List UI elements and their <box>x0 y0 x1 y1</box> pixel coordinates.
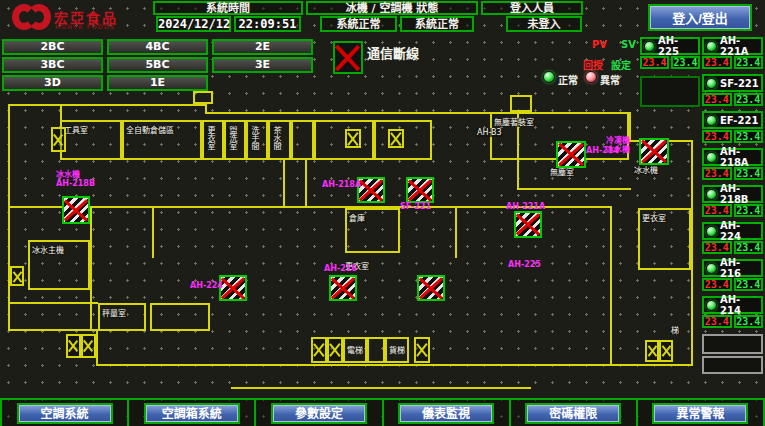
pv-value: 23.4 <box>702 56 732 69</box>
plan-alarm-unit[interactable] <box>62 196 90 224</box>
equipment-values-AH-218A: 23.423.4 <box>702 167 763 180</box>
plan-wall <box>691 140 693 366</box>
stair-shaft-icon <box>388 129 404 148</box>
status-led-icon <box>644 41 655 52</box>
plan-label: AH-B3 <box>476 128 503 137</box>
plan-wall <box>517 188 631 190</box>
equipment-AH-214[interactable]: AH-214 <box>702 296 763 314</box>
bottom-navigation: 空調系統空調箱系統參數設定儀表監視密碼權限異常警報 <box>0 398 765 426</box>
plan-room <box>510 95 532 112</box>
plan-unit-label: 冰水機 AH-218B <box>56 170 95 188</box>
equipment-AH-224[interactable]: AH-224 <box>702 222 763 240</box>
status-led-icon <box>706 115 717 126</box>
nav-button-參數設定[interactable]: 參數設定 <box>271 403 367 424</box>
stair-shaft-icon <box>66 334 81 358</box>
sv-value: 23.4 <box>734 93 764 106</box>
status-led-icon <box>706 189 717 200</box>
plan-alarm-unit[interactable] <box>514 211 542 238</box>
sv-value: 23.4 <box>671 56 700 69</box>
plan-alarm-unit[interactable] <box>639 138 669 165</box>
abnormal-led-icon <box>585 71 597 83</box>
pv-value: 23.4 <box>640 56 669 69</box>
equipment-name: AH-216 <box>720 257 761 279</box>
nav-button-空調系統[interactable]: 空調系統 <box>17 403 113 424</box>
nav-button-儀表監視[interactable]: 儀表監視 <box>398 403 494 424</box>
system-time-header: 系統時間 <box>153 1 303 15</box>
elevator-box: 貨梯 <box>385 337 409 363</box>
plan-unit-label: AH-221A <box>506 202 545 211</box>
stair-shaft-icon <box>10 266 24 286</box>
login-header: 登入人員 <box>481 1 583 15</box>
plan-unit-label: SF-221 <box>400 202 431 211</box>
nav-section: 空調系統 <box>0 400 129 426</box>
plan-unit-label: 冷凍機 冰水機 <box>606 136 630 154</box>
login-logout-button[interactable]: 登入/登出 <box>648 4 752 31</box>
system-time-label: 系統時間 <box>155 3 301 15</box>
plan-label: 冰水機 <box>633 166 659 175</box>
room-label: 盥洗室 <box>227 126 237 150</box>
plan-alarm-unit[interactable] <box>357 177 385 203</box>
machine-status-header: 冰機 / 空調機 狀態 <box>306 1 478 15</box>
nav-button-密碼權限[interactable]: 密碼權限 <box>525 403 621 424</box>
stair-shaft-icon <box>51 127 66 152</box>
equipment-AH-221A[interactable]: AH-221A <box>702 37 763 55</box>
plan-alarm-unit[interactable] <box>406 177 434 203</box>
room-label: 更衣室 <box>641 214 667 223</box>
normal-led-icon <box>543 71 555 83</box>
plan-wall <box>283 160 285 206</box>
plan-alarm-unit[interactable] <box>329 275 357 301</box>
room-label: 全自動倉儲區 <box>125 126 175 135</box>
plan-wall <box>305 160 307 206</box>
equipment-values-SF-221: 23.423.4 <box>702 93 763 106</box>
plan-room <box>291 120 314 160</box>
plan-alarm-unit[interactable] <box>219 275 247 301</box>
floor-button-2E[interactable]: 2E <box>212 39 313 55</box>
equipment-SF-221[interactable]: SF-221 <box>702 74 763 92</box>
sv-value: 23.4 <box>734 241 764 254</box>
equipment-AH-218A[interactable]: AH-218A <box>702 148 763 166</box>
plan-unit-label: AH-224 <box>190 281 223 290</box>
nav-button-異常警報[interactable]: 異常警報 <box>652 403 748 424</box>
equipment-AH-218B[interactable]: AH-218B <box>702 185 763 203</box>
room-label: 更衣室 <box>205 126 215 150</box>
room-label: 冰水主機 <box>31 246 65 255</box>
elevator-box: 電梯 <box>343 337 367 363</box>
sv-value: 23.4 <box>734 278 764 291</box>
equipment-AH-225[interactable]: AH-225 <box>640 37 700 55</box>
floor-button-1E[interactable]: 1E <box>107 75 208 91</box>
pv-name-label: 回授 <box>583 57 603 72</box>
pv-value: 23.4 <box>702 241 732 254</box>
chiller-status: 系統正常 <box>320 16 397 32</box>
room-label: 洗手間 <box>249 126 259 150</box>
stair-shaft-icon <box>659 340 673 362</box>
nav-button-空調箱系統[interactable]: 空調箱系統 <box>144 403 240 424</box>
equipment-values-EF-221: 23.423.4 <box>702 130 763 143</box>
sv-value: 23.4 <box>734 315 764 328</box>
floor-button-3D[interactable]: 3D <box>2 75 103 91</box>
status-led-icon <box>706 226 717 237</box>
comm-offline-label: 通信斷線 <box>367 48 419 60</box>
elevator-box <box>367 337 385 363</box>
equipment-EF-221[interactable]: EF-221 <box>702 111 763 129</box>
legend-abnormal-label: 異常 <box>600 72 620 87</box>
equipment-AH-216[interactable]: AH-216 <box>702 259 763 277</box>
floor-button-3BC[interactable]: 3BC <box>2 57 103 73</box>
plan-room <box>193 91 213 104</box>
floor-button-2BC[interactable]: 2BC <box>2 39 103 55</box>
equipment-name: AH-214 <box>720 294 761 316</box>
equipment-name: EF-221 <box>720 115 758 126</box>
sv-value: 23.4 <box>734 167 764 180</box>
pv-value: 23.4 <box>702 130 732 143</box>
floor-button-3E[interactable]: 3E <box>212 57 313 73</box>
plan-wall <box>96 364 693 366</box>
status-led-icon <box>706 78 717 89</box>
plan-wall <box>96 329 98 366</box>
equipment-name: AH-218B <box>720 183 761 205</box>
equipment-values-AH-216: 23.423.4 <box>702 278 763 291</box>
brand-logo: 宏亞食品 HUNYA FOODS <box>0 0 150 36</box>
floor-button-4BC[interactable]: 4BC <box>107 39 208 55</box>
floor-button-5BC[interactable]: 5BC <box>107 57 208 73</box>
plan-alarm-unit[interactable] <box>556 141 586 168</box>
plan-alarm-unit[interactable] <box>417 275 445 301</box>
equipment-empty-slot <box>640 76 700 107</box>
